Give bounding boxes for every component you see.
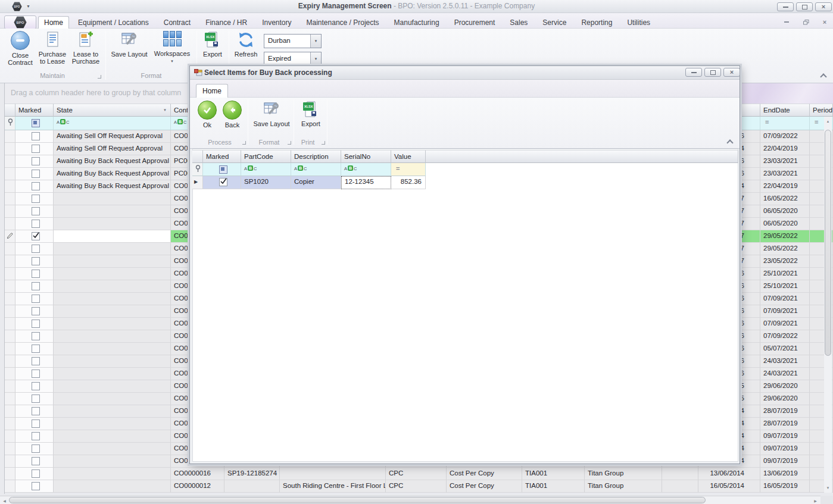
cell-state[interactable] [54, 380, 171, 393]
cell-marked[interactable] [15, 180, 54, 193]
tab-finance-hr[interactable]: Finance / HR [199, 16, 253, 30]
cell-marked[interactable] [15, 155, 54, 168]
cell-ind[interactable] [5, 193, 15, 205]
marked-checkbox[interactable] [32, 245, 40, 253]
dialog-filter-cell-value[interactable]: = [391, 163, 426, 176]
cell-end[interactable]: 24/03/2021 [760, 355, 810, 368]
filter-dropdown-icon[interactable]: ▼ [163, 108, 167, 112]
cell-ind[interactable] [5, 305, 15, 318]
dialog-tab-home[interactable]: Home [196, 84, 228, 98]
cell-cust_name[interactable]: Titan Group [585, 480, 662, 493]
cell-state[interactable] [54, 230, 171, 243]
marked-checkbox[interactable] [32, 407, 40, 415]
cell-state[interactable] [54, 405, 171, 418]
mdi-close-icon[interactable]: × [820, 18, 829, 26]
cell-ind[interactable] [5, 343, 15, 355]
cell-state[interactable] [54, 455, 171, 468]
cell-state[interactable] [54, 318, 171, 330]
tab-utilities[interactable]: Utilities [621, 16, 656, 30]
marked-filter-checkbox[interactable] [32, 119, 40, 127]
tab-maintenance-projects[interactable]: Maintenance / Projects [301, 16, 385, 30]
column-header-state[interactable]: State▼ [54, 104, 171, 117]
cell-end[interactable]: 16/05/2019 [760, 480, 810, 493]
marked-checkbox[interactable] [32, 482, 40, 490]
column-header-period[interactable]: Period [810, 104, 833, 117]
cell-state[interactable] [54, 355, 171, 368]
dialog-column-header-desc[interactable]: Description [291, 150, 341, 163]
cell-marked[interactable] [15, 443, 54, 455]
dialog-cell-part[interactable]: SP1020 [241, 176, 291, 189]
minimize-button[interactable] [777, 2, 794, 11]
cell-serial[interactable]: SP19-12185274 [224, 468, 280, 480]
scroll-left-icon[interactable]: ◀ [1, 497, 8, 504]
cell-ind[interactable] [5, 255, 15, 268]
cell-end[interactable]: 13/06/2019 [760, 468, 810, 480]
cell-marked[interactable] [15, 318, 54, 330]
dialog-minimize-button[interactable] [685, 68, 702, 77]
cell-marked[interactable] [15, 193, 54, 205]
dialog-marked-checkbox[interactable] [219, 178, 227, 186]
column-header-ind[interactable] [5, 104, 15, 117]
cell-marked[interactable] [15, 480, 54, 493]
dialog-cell-value[interactable]: 852.36 [391, 176, 426, 189]
cell-end[interactable]: 09/07/2019 [760, 455, 810, 468]
cell-end[interactable]: 28/07/2019 [760, 405, 810, 418]
cell-marked[interactable] [15, 305, 54, 318]
dialog-filter-cell-part[interactable]: ABC [241, 163, 291, 176]
cell-ind[interactable] [5, 318, 15, 330]
cell-ind[interactable] [5, 330, 15, 343]
column-header-marked[interactable]: Marked [15, 104, 54, 117]
dialog-column-header-value[interactable]: Value [391, 150, 426, 163]
cell-end[interactable]: 28/07/2019 [760, 418, 810, 430]
marked-checkbox[interactable] [32, 220, 40, 228]
cell-state[interactable] [54, 393, 171, 405]
save-layout-button[interactable]: Save Layout [110, 31, 149, 58]
tab-procurement[interactable]: Procurement [448, 16, 501, 30]
cell-marked[interactable] [15, 205, 54, 218]
cell-end[interactable]: 07/09/2021 [760, 318, 810, 330]
cell-ind[interactable] [5, 468, 15, 480]
cell-ind[interactable] [5, 280, 15, 293]
cell-marked[interactable] [15, 455, 54, 468]
cell-state[interactable] [54, 430, 171, 443]
cell-end[interactable]: 09/07/2019 [760, 443, 810, 455]
cell-start[interactable]: 13/06/2014 [698, 468, 760, 480]
dialog-filter-cell-desc[interactable]: ABC [291, 163, 341, 176]
dialog-cell-desc[interactable]: Copier [291, 176, 341, 189]
status-dropdown[interactable]: Expired ▼ [264, 52, 322, 66]
cell-gap[interactable] [662, 480, 698, 493]
tab-sales[interactable]: Sales [504, 16, 534, 30]
marked-checkbox[interactable] [32, 382, 40, 390]
dialog-maximize-button[interactable] [704, 68, 721, 77]
tab-inventory[interactable]: Inventory [256, 16, 297, 30]
cell-end[interactable]: 07/09/2022 [760, 330, 810, 343]
cell-marked[interactable] [15, 405, 54, 418]
cell-state[interactable]: Awaiting Buy Back Request Approval [54, 180, 171, 193]
cell-state[interactable] [54, 205, 171, 218]
cell-state[interactable] [54, 243, 171, 255]
cell-ind[interactable] [5, 243, 15, 255]
dialog-cell-marked[interactable] [203, 176, 241, 189]
marked-checkbox[interactable] [32, 420, 40, 428]
cell-state[interactable] [54, 343, 171, 355]
cell-state[interactable] [54, 305, 171, 318]
tab-contract[interactable]: Contract [158, 16, 196, 30]
cell-marked[interactable] [15, 468, 54, 480]
cell-bill_desc[interactable]: Cost Per Copy [447, 480, 522, 493]
vertical-scroll-thumb[interactable] [825, 130, 831, 356]
cell-state[interactable] [54, 268, 171, 280]
dialog-close-button[interactable]: × [723, 68, 740, 77]
cell-ind[interactable] [5, 380, 15, 393]
cell-ind[interactable] [5, 430, 15, 443]
cell-serial[interactable] [224, 480, 280, 493]
cell-ind[interactable] [5, 230, 15, 243]
cell-marked[interactable] [15, 418, 54, 430]
cell-marked[interactable] [15, 168, 54, 180]
horizontal-scroll-thumb[interactable] [9, 497, 706, 503]
cell-marked[interactable] [15, 393, 54, 405]
dialog-column-header-serial[interactable]: SerialNo [341, 150, 391, 163]
marked-checkbox[interactable] [32, 357, 40, 365]
dialog-column-header-ind[interactable] [192, 150, 203, 163]
tab-equipment-locations[interactable]: Equipment / Locations [72, 16, 155, 30]
cell-marked[interactable] [15, 293, 54, 305]
